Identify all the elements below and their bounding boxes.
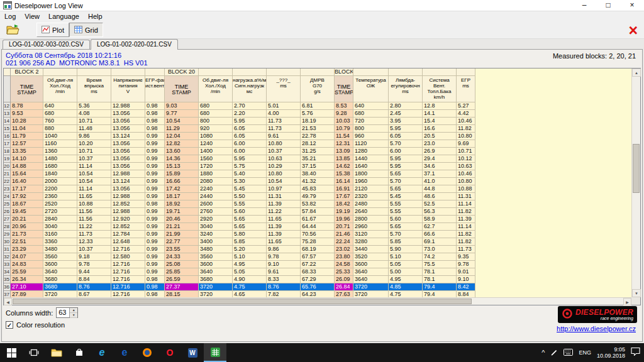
table-cell[interactable]: 14.10 (11, 155, 43, 163)
table-cell[interactable]: 3360 (43, 238, 77, 246)
table-cell[interactable]: 8.42 (457, 283, 475, 291)
table-cell[interactable]: 11.65 (267, 216, 301, 223)
table-cell[interactable]: 0.99 (145, 261, 165, 268)
table-cell[interactable]: 73.0 (423, 246, 457, 253)
table-cell[interactable]: 0.99 (145, 140, 165, 148)
table-cell[interactable]: 640 (43, 102, 77, 110)
table-cell[interactable]: 3720 (199, 291, 233, 297)
table-cell[interactable]: 800 (353, 125, 389, 133)
table-cell[interactable]: 14.1 (423, 110, 457, 118)
table-cell[interactable]: 1360 (43, 148, 77, 155)
table-cell[interactable]: 13.056 (111, 125, 145, 133)
table-cell[interactable]: 11.79 (11, 133, 43, 140)
table-cell[interactable]: 16.6 (423, 125, 457, 133)
table-cell[interactable]: 5.95 (389, 125, 423, 133)
table-cell[interactable]: 3.95 (389, 118, 423, 125)
close-button[interactable]: × (620, 0, 644, 11)
table-row[interactable]: 128.786405.3612.9880.989.036802.705.016.… (4, 102, 631, 110)
plot-button[interactable]: Plot (36, 23, 69, 37)
table-cell[interactable]: 9.01 (457, 268, 475, 276)
table-cell[interactable]: 10.80 (267, 170, 301, 178)
table-cell[interactable]: 25.85 (165, 268, 199, 276)
table-cell[interactable]: 12.988 (111, 193, 145, 200)
table-cell[interactable]: 2840 (43, 216, 77, 223)
table-row[interactable]: 3324.8336009.7812.7160.9925.0836004.959.… (4, 261, 631, 268)
table-cell[interactable]: 8.76 (267, 283, 301, 291)
table-cell[interactable]: 0.99 (145, 216, 165, 223)
table-cell[interactable]: 5.65 (389, 185, 423, 193)
table-cell[interactable]: 5.80 (233, 231, 267, 238)
table-cell[interactable]: 0.99 (145, 246, 165, 253)
table-cell[interactable]: 3240 (199, 231, 233, 238)
table-cell[interactable]: 13.124 (111, 178, 145, 185)
table-row[interactable]: 2820.96304011.2212.8520.9921.2130405.651… (4, 223, 631, 231)
table-cell[interactable]: 10.20 (77, 140, 111, 148)
table-cell[interactable]: 23.0 (423, 140, 457, 148)
table-cell[interactable]: 74.2 (423, 253, 457, 261)
table-cell[interactable]: 9.86 (267, 246, 301, 253)
table-cell[interactable]: 20.71 (335, 223, 353, 231)
table-cell[interactable]: 6.00 (233, 140, 267, 148)
table-cell[interactable]: 19.71 (165, 208, 199, 216)
table-cell[interactable]: 26.34 (11, 276, 43, 283)
edge-button[interactable]: e (113, 343, 136, 362)
table-cell[interactable]: 0.99 (145, 148, 165, 155)
table-cell[interactable]: 3600 (199, 261, 233, 268)
table-cell[interactable]: 28.15 (165, 291, 199, 297)
table-cell[interactable]: 65.76 (301, 283, 335, 291)
table-cell[interactable]: 11.73 (457, 246, 475, 253)
table-cell[interactable]: 13.85 (335, 155, 353, 163)
tab-log-003-020[interactable]: LOG-01-002-003-020.CSV (3, 40, 90, 49)
table-cell[interactable]: 21.21 (165, 223, 199, 231)
scroll-up-icon[interactable]: ▲ (632, 69, 641, 77)
table-cell[interactable]: 11.04 (11, 125, 43, 133)
table-cell[interactable]: 9.10 (457, 276, 475, 283)
table-cell[interactable]: 4.42 (457, 110, 475, 118)
tray-chevron-icon[interactable]: ^ (541, 349, 545, 356)
table-cell[interactable]: 880 (43, 125, 77, 133)
table-row[interactable]: 2216.40200010.5413.1240.9916.6620805.301… (4, 178, 631, 185)
table-cell[interactable]: 11.73 (267, 125, 301, 133)
table-cell[interactable]: 10.54 (77, 170, 111, 178)
table-cell[interactable]: 9.61 (267, 133, 301, 140)
horizontal-scrollbar[interactable]: ◀ ▶ (4, 297, 631, 305)
table-cell[interactable]: 12.716 (111, 246, 145, 253)
table-cell[interactable]: 0.99 (145, 133, 165, 140)
table-cell[interactable]: 1280 (353, 148, 389, 155)
table-cell[interactable]: 75.5 (423, 261, 457, 268)
table-cell[interactable]: 3680 (43, 276, 77, 283)
table-cell[interactable]: 27.10 (11, 283, 43, 291)
table-cell[interactable]: 66.6 (423, 231, 457, 238)
table-cell[interactable]: 27.89 (11, 291, 43, 297)
table-cell[interactable]: 23.02 (335, 246, 353, 253)
table-cell[interactable]: 2200 (43, 185, 77, 193)
table-cell[interactable]: 2.45 (389, 110, 423, 118)
table-cell[interactable]: 10.63 (267, 155, 301, 163)
table-cell[interactable]: 67.29 (301, 276, 335, 283)
table-cell[interactable]: 75.28 (301, 238, 335, 246)
table-cell[interactable]: 3480 (43, 246, 77, 253)
table-cell[interactable]: 4.85 (389, 283, 423, 291)
table-cell[interactable]: 5.05 (389, 261, 423, 268)
table-row[interactable]: 3425.5936409.4412.7160.9925.8536405.059.… (4, 268, 631, 276)
table-row[interactable]: 1813.35136010.7113.0560.9913.6014006.001… (4, 148, 631, 155)
table-row[interactable]: 1914.10148010.3713.0560.9914.3615605.951… (4, 155, 631, 163)
table-cell[interactable]: 37.15 (301, 163, 335, 170)
table-cell[interactable]: 3640 (353, 276, 389, 283)
table-cell[interactable]: 21.73 (11, 231, 43, 238)
table-cell[interactable]: 5.65 (233, 216, 267, 223)
table-cell[interactable]: 25.08 (165, 261, 199, 268)
table-cell[interactable]: 5.40 (233, 170, 267, 178)
table-cell[interactable]: 3640 (43, 268, 77, 276)
table-cell[interactable]: 0.99 (145, 268, 165, 276)
table-cell[interactable]: 11.29 (165, 125, 199, 133)
spinner-up-icon[interactable]: ▲ (70, 308, 77, 313)
table-cell[interactable]: 11.48 (77, 125, 111, 133)
table-row[interactable]: 2619.45272011.5612.9880.9919.7127605.601… (4, 208, 631, 216)
table-cell[interactable]: 5.55 (389, 208, 423, 216)
table-cell[interactable]: 5.10 (233, 253, 267, 261)
table-cell[interactable]: 11.14 (77, 163, 111, 170)
table-cell[interactable]: 5.36 (77, 102, 111, 110)
table-cell[interactable]: 3560 (199, 253, 233, 261)
table-cell[interactable]: 22.24 (335, 238, 353, 246)
